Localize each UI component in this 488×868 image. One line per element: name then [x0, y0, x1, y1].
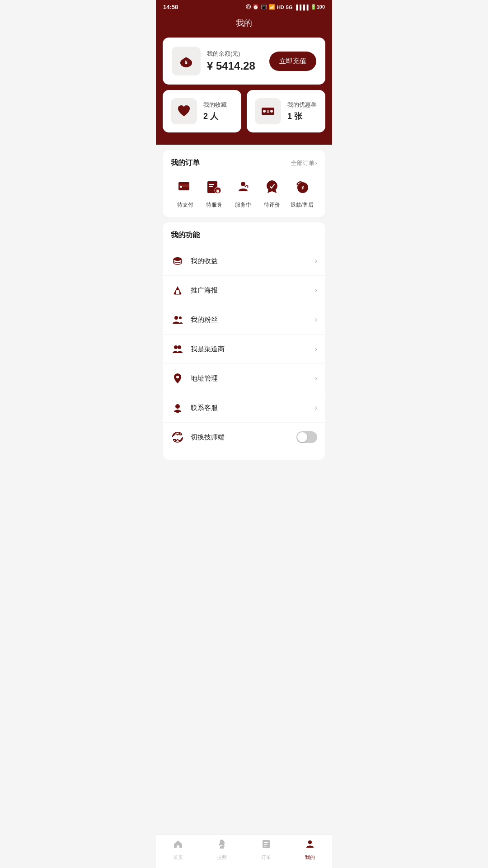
status-time: 14:58	[163, 4, 178, 10]
poster-chevron: ›	[315, 286, 317, 294]
nav-order-label: 订单	[261, 854, 271, 861]
nav-order[interactable]: 订单	[244, 839, 288, 861]
technician-icon	[216, 839, 227, 852]
svg-text:¥: ¥	[301, 185, 304, 190]
orders-header: 我的订单 全部订单 ›	[171, 158, 317, 168]
func-poster[interactable]: 推广海报 ›	[163, 276, 325, 305]
address-icon	[171, 372, 184, 385]
pending-service-icon: ⏰	[203, 176, 225, 198]
svg-point-28	[175, 404, 180, 409]
pending-pay-label: 待支付	[177, 201, 193, 209]
balance-label: 我的余额(元)	[207, 50, 255, 58]
svg-point-36	[308, 840, 312, 844]
balance-icon: ¥	[172, 47, 201, 75]
svg-point-15	[241, 182, 245, 186]
address-label: 地址管理	[191, 374, 218, 383]
stats-row: 我的收藏 2 人 ¥ 我的优惠券 1 张	[163, 90, 325, 132]
switch-tech-toggle[interactable]	[296, 431, 317, 443]
earnings-icon	[171, 254, 184, 268]
pending-review-label: 待评价	[264, 201, 280, 209]
fans-icon	[171, 313, 184, 326]
orders-title: 我的订单	[171, 158, 200, 168]
svg-point-27	[176, 376, 179, 378]
nav-technician-label: 技师	[217, 854, 227, 861]
svg-rect-12	[209, 186, 213, 187]
nav-home[interactable]: 首页	[156, 839, 200, 861]
in-service-label: 服务中	[235, 201, 251, 209]
func-switch-tech[interactable]: 切换技师端	[163, 423, 325, 452]
nav-mine-label: 我的	[305, 854, 315, 861]
fans-chevron: ›	[315, 316, 317, 324]
svg-text:¥: ¥	[185, 60, 188, 65]
coupons-card[interactable]: ¥ 我的优惠券 1 张	[247, 90, 325, 132]
bottom-nav: 首页 技师 订单 我的	[156, 835, 332, 868]
svg-point-5	[270, 110, 273, 113]
favorites-label: 我的收藏	[203, 101, 227, 109]
order-in-service[interactable]: 服务中	[232, 176, 254, 209]
coupons-icon: ¥	[255, 98, 281, 124]
order-refund[interactable]: ¥ 退款/售后	[291, 176, 314, 209]
balance-info: 我的余额(元) ¥ 5414.28	[207, 50, 255, 72]
channel-chevron: ›	[315, 345, 317, 353]
order-icons-row: 待支付 ⏰ 待服务	[171, 176, 317, 209]
order-pending-service[interactable]: ⏰ 待服务	[203, 176, 225, 209]
poster-icon	[171, 283, 184, 297]
svg-point-23	[174, 316, 178, 320]
recharge-button[interactable]: 立即充值	[269, 52, 316, 71]
functions-title: 我的功能	[163, 231, 325, 246]
status-bar: 14:58 ⓝ ⏰ 📳 📶 HD 5G ▐▐▐▐ 🔋100	[156, 0, 332, 13]
mine-icon	[305, 839, 315, 852]
pending-pay-icon	[174, 176, 196, 198]
func-support[interactable]: 联系客服 ›	[163, 393, 325, 423]
status-icons: ⓝ ⏰ 📳 📶 HD 5G ▐▐▐▐ 🔋100	[246, 4, 325, 10]
balance-amount: ¥ 5414.28	[207, 60, 255, 72]
nav-home-label: 首页	[173, 854, 183, 861]
nav-technician[interactable]: 技师	[200, 839, 244, 861]
func-earnings[interactable]: 我的收益 ›	[163, 246, 325, 276]
func-channel[interactable]: 我是渠道商 ›	[163, 335, 325, 364]
support-label: 联系客服	[191, 404, 218, 412]
coupons-value: 1 张	[287, 111, 317, 122]
svg-rect-9	[180, 186, 182, 188]
svg-rect-35	[264, 846, 267, 847]
functions-section: 我的功能 我的收益 ›	[163, 222, 325, 460]
orders-all-link[interactable]: 全部订单 ›	[291, 159, 317, 167]
support-icon	[171, 401, 184, 415]
switch-tech-icon	[171, 430, 184, 444]
favorites-info: 我的收藏 2 人	[203, 101, 227, 122]
channel-icon	[171, 342, 184, 356]
orders-section: 我的订单 全部订单 › 待支付	[163, 150, 325, 217]
svg-point-29	[176, 410, 179, 413]
channel-label: 我是渠道商	[191, 345, 225, 354]
page-title: 我的	[236, 19, 252, 28]
toggle-knob	[297, 432, 307, 442]
func-fans[interactable]: 我的粉丝 ›	[163, 305, 325, 335]
nav-mine[interactable]: 我的	[288, 839, 333, 861]
svg-text:¥: ¥	[267, 109, 269, 114]
pending-review-icon	[261, 176, 283, 198]
balance-left: ¥ 我的余额(元) ¥ 5414.28	[172, 47, 255, 75]
svg-rect-34	[264, 844, 267, 845]
order-icon	[261, 839, 272, 852]
address-chevron: ›	[315, 374, 317, 382]
svg-rect-33	[264, 842, 268, 843]
order-pending-review[interactable]: 待评价	[261, 176, 283, 209]
earnings-chevron: ›	[315, 257, 317, 265]
in-service-icon	[232, 176, 254, 198]
svg-point-4	[263, 110, 266, 113]
svg-point-26	[178, 345, 181, 349]
earnings-label: 我的收益	[191, 257, 218, 265]
home-icon	[173, 839, 183, 852]
order-pending-pay[interactable]: 待支付	[174, 176, 196, 209]
pending-service-label: 待服务	[206, 201, 222, 209]
svg-rect-11	[209, 184, 214, 185]
favorites-card[interactable]: 我的收藏 2 人	[163, 90, 241, 132]
svg-point-24	[179, 316, 182, 319]
refund-label: 退款/售后	[291, 201, 314, 209]
func-address[interactable]: 地址管理 ›	[163, 364, 325, 393]
top-section: ¥ 我的余额(元) ¥ 5414.28 立即充值 我的收藏 2 人	[156, 38, 332, 145]
coupons-label: 我的优惠券	[287, 101, 317, 109]
favorites-icon	[171, 98, 197, 124]
balance-card: ¥ 我的余额(元) ¥ 5414.28 立即充值	[163, 38, 325, 85]
support-chevron: ›	[315, 404, 317, 412]
